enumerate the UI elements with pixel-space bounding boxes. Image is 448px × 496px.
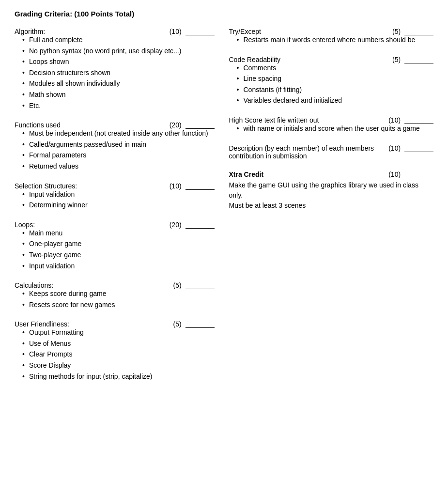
section-loops-points: (20) [170, 221, 215, 229]
section-selection-list: Input validation Determining winner [15, 190, 215, 210]
section-algorithm-list: Full and complete No python syntax (no w… [15, 35, 215, 110]
section-loops: Loops: (20) Main menu One-player game Tw… [15, 221, 215, 271]
section-selection: Selection Structures: (10) Input validat… [15, 182, 215, 210]
list-item: No python syntax (no word print, use dis… [19, 46, 215, 56]
section-try-except: Try/Except (5) Restarts main if words en… [229, 28, 434, 45]
list-item: Input validation [19, 190, 215, 200]
section-functions: Functions used (20) Must be independent … [15, 121, 215, 171]
list-item: Variables declared and initialized [234, 96, 434, 106]
list-item: Constants (if fitting) [234, 85, 434, 95]
list-item: Use of Menus [19, 339, 215, 349]
list-item: Returned values [19, 162, 215, 171]
two-column-layout: Algorithm: (10) Full and complete No pyt… [15, 28, 433, 392]
list-item: Line spacing [234, 74, 434, 84]
section-try-except-list: Restarts main if words entered where num… [229, 35, 434, 45]
section-algorithm-title: Algorithm: [15, 28, 45, 35]
section-description: Description (by each member) of each mem… [229, 144, 434, 160]
section-try-except-title: Try/Except [229, 28, 261, 35]
list-item: Loops shown [19, 57, 215, 67]
list-item: Must be independent (not created inside … [19, 129, 215, 139]
list-item: Etc. [19, 101, 215, 111]
list-item: Modules all shown individually [19, 79, 215, 89]
section-algorithm: Algorithm: (10) Full and complete No pyt… [15, 28, 215, 110]
section-loops-title: Loops: [15, 221, 35, 229]
section-xtra-credit-title: Xtra Credit [229, 170, 264, 178]
section-try-except-points: (5) [392, 28, 433, 35]
list-item: Main menu [19, 229, 215, 238]
section-loops-list: Main menu One-player game Two-player gam… [15, 229, 215, 271]
section-user-friendliness-list: Output Formatting Use of Menus Clear Pro… [15, 328, 215, 381]
section-user-friendliness: User Friendliness: (5) Output Formatting… [15, 320, 215, 381]
section-functions-title: Functions used [15, 121, 61, 129]
section-description-header: Description (by each member) of each mem… [229, 144, 434, 160]
section-description-points: (10) [388, 144, 433, 152]
list-item: Keeps score during game [19, 289, 215, 299]
section-xtra-credit-points: (10) [388, 170, 433, 178]
page-title: Grading Criteria: (100 Points Total) [15, 10, 433, 18]
section-functions-list: Must be independent (not created inside … [15, 129, 215, 171]
section-user-friendliness-header: User Friendliness: (5) [15, 320, 215, 328]
list-item: Clear Prompts [19, 350, 215, 359]
section-description-title: Description (by each member) of each mem… [229, 144, 384, 160]
list-item: Determining winner [19, 201, 215, 210]
section-calculations-title: Calculations: [15, 281, 53, 289]
list-item: Resets score for new games [19, 300, 215, 310]
section-code-readability-list: Comments Line spacing Constants (if fitt… [229, 63, 434, 106]
section-user-friendliness-points: (5) [173, 320, 214, 328]
section-algorithm-points: (10) [170, 28, 215, 35]
list-item: Full and complete [19, 35, 215, 45]
section-high-score: High Score text file written out (10) wi… [229, 116, 434, 134]
section-loops-header: Loops: (20) [15, 221, 215, 229]
list-item: One-player game [19, 239, 215, 249]
section-high-score-header: High Score text file written out (10) [229, 116, 434, 124]
section-selection-title: Selection Structures: [15, 182, 77, 190]
list-item: with name or initials and score when the… [234, 124, 434, 134]
section-calculations-header: Calculations: (5) [15, 281, 215, 289]
section-xtra-credit-body: Make the game GUI using the graphics lib… [229, 180, 434, 211]
section-calculations: Calculations: (5) Keeps score during gam… [15, 281, 215, 310]
list-item: Called/arguments passed/used in main [19, 140, 215, 150]
section-calculations-list: Keeps score during game Resets score for… [15, 289, 215, 310]
section-algorithm-header: Algorithm: (10) [15, 28, 215, 35]
section-code-readability: Code Readability (5) Comments Line spaci… [229, 56, 434, 106]
section-selection-points: (10) [170, 182, 215, 190]
section-functions-header: Functions used (20) [15, 121, 215, 129]
list-item: Restarts main if words entered where num… [234, 35, 434, 45]
section-code-readability-points: (5) [392, 56, 433, 63]
page-container: Grading Criteria: (100 Points Total) Alg… [15, 10, 433, 392]
section-xtra-credit: Xtra Credit (10) Make the game GUI using… [229, 170, 434, 211]
section-high-score-list: with name or initials and score when the… [229, 124, 434, 134]
section-calculations-points: (5) [173, 281, 214, 289]
section-code-readability-header: Code Readability (5) [229, 56, 434, 63]
list-item: Score Display [19, 361, 215, 371]
section-code-readability-title: Code Readability [229, 56, 281, 63]
section-functions-points: (20) [170, 121, 215, 129]
section-high-score-title: High Score text file written out [229, 116, 319, 124]
section-user-friendliness-title: User Friendliness: [15, 320, 69, 328]
list-item: Comments [234, 63, 434, 73]
section-selection-header: Selection Structures: (10) [15, 182, 215, 190]
list-item: Output Formatting [19, 328, 215, 338]
list-item: String methods for input (strip, capital… [19, 372, 215, 382]
section-xtra-credit-header: Xtra Credit (10) [229, 170, 434, 178]
right-column: Try/Except (5) Restarts main if words en… [224, 28, 434, 392]
list-item: Formal parameters [19, 151, 215, 160]
list-item: Input validation [19, 262, 215, 271]
section-high-score-points: (10) [388, 116, 433, 124]
left-column: Algorithm: (10) Full and complete No pyt… [15, 28, 224, 392]
section-try-except-header: Try/Except (5) [229, 28, 434, 35]
list-item: Decision structurers shown [19, 68, 215, 78]
list-item: Two-player game [19, 250, 215, 260]
list-item: Math shown [19, 90, 215, 100]
